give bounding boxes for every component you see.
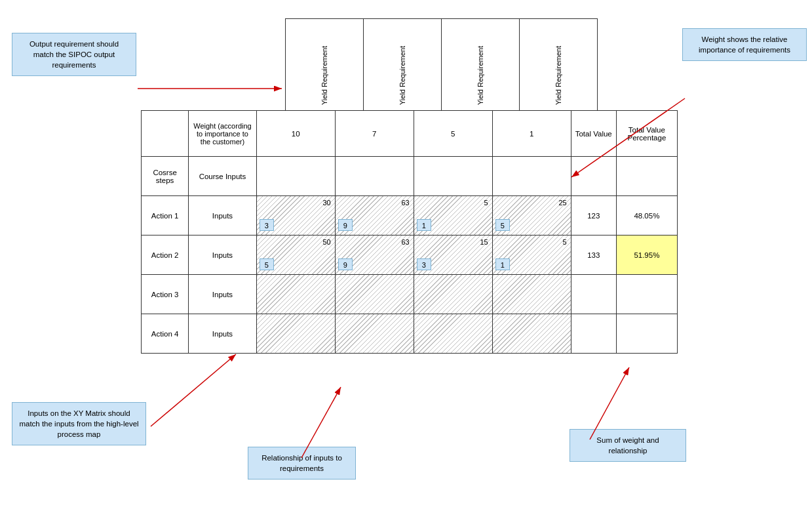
labels-header-row: Cosrse steps Course Inputs bbox=[142, 157, 678, 196]
action-4-col4 bbox=[492, 314, 571, 354]
a2c3-top: 15 bbox=[480, 238, 488, 246]
action-2-col2: 63 9 bbox=[335, 235, 414, 275]
header-col1 bbox=[256, 157, 335, 196]
weight-row: Weight (according to importance to the c… bbox=[142, 111, 678, 157]
a1c3-bottom: 1 bbox=[417, 219, 431, 231]
action-3-label: Action 3 bbox=[142, 275, 189, 314]
action-1-col3: 5 1 bbox=[414, 196, 492, 235]
header-total bbox=[571, 157, 616, 196]
a2c3-bottom: 3 bbox=[417, 258, 431, 270]
col-header-3-label: Yield Requirement bbox=[476, 46, 484, 105]
empty-cell-1 bbox=[142, 111, 189, 157]
inputs-info-text: Inputs on the XY Matrix should match the… bbox=[19, 409, 138, 438]
total-value-header: Total Value bbox=[571, 111, 616, 157]
relationship-info-callout: Relationship of inputs to requirements bbox=[248, 447, 356, 480]
action-1-col4: 25 5 bbox=[492, 196, 571, 235]
action-3-inputs: Inputs bbox=[189, 275, 256, 314]
sum-info-text: Sum of weight and relationship bbox=[596, 436, 659, 455]
steps-label: Cosrse steps bbox=[142, 157, 189, 196]
output-req-text: Output requirement should match the SIPO… bbox=[29, 40, 119, 69]
action-2-inputs: Inputs bbox=[189, 235, 256, 275]
table-row: Action 2 Inputs 50 5 63 9 15 3 bbox=[142, 235, 678, 275]
action-1-label: Action 1 bbox=[142, 196, 189, 235]
header-col3 bbox=[414, 157, 492, 196]
table-row: Action 1 Inputs 30 3 63 9 5 1 bbox=[142, 196, 678, 235]
col-header-4: Yield Requirement bbox=[519, 18, 598, 110]
header-col4 bbox=[492, 157, 571, 196]
action-2-pct: 51.95% bbox=[616, 235, 677, 275]
table-row: Action 4 Inputs bbox=[142, 314, 678, 354]
col-header-1-label: Yield Requirement bbox=[320, 46, 328, 105]
action-1-col2: 63 9 bbox=[335, 196, 414, 235]
action-3-total bbox=[571, 275, 616, 314]
action-4-label: Action 4 bbox=[142, 314, 189, 354]
a2c4-bottom: 1 bbox=[495, 258, 510, 270]
action-4-col3 bbox=[414, 314, 492, 354]
action-4-pct bbox=[616, 314, 677, 354]
a1c2-top: 63 bbox=[401, 199, 409, 207]
weight-info-callout: Weight shows the relative importance of … bbox=[682, 28, 807, 61]
action-4-col1 bbox=[256, 314, 335, 354]
relationship-info-text: Relationship of inputs to requirements bbox=[261, 454, 342, 472]
col-header-2: Yield Requirement bbox=[363, 18, 442, 110]
a1c1-top: 30 bbox=[322, 199, 330, 207]
a1c3-top: 5 bbox=[484, 199, 488, 207]
action-3-col4 bbox=[492, 275, 571, 314]
weight-val-3: 5 bbox=[414, 111, 492, 157]
action-2-col4: 5 1 bbox=[492, 235, 571, 275]
a2c1-top: 50 bbox=[322, 238, 330, 246]
weight-val-2: 7 bbox=[335, 111, 414, 157]
col-header-1: Yield Requirement bbox=[285, 18, 364, 110]
col-header-2-label: Yield Requirement bbox=[398, 46, 406, 105]
action-2-col3: 15 3 bbox=[414, 235, 492, 275]
a2c4-top: 5 bbox=[563, 238, 567, 246]
weight-val-4: 1 bbox=[492, 111, 571, 157]
action-1-col1: 30 3 bbox=[256, 196, 335, 235]
a1c4-bottom: 5 bbox=[495, 219, 510, 231]
header-pct bbox=[616, 157, 677, 196]
action-2-col1: 50 5 bbox=[256, 235, 335, 275]
a2c2-top: 63 bbox=[401, 238, 409, 246]
action-2-total: 133 bbox=[571, 235, 616, 275]
action-1-pct: 48.05% bbox=[616, 196, 677, 235]
header-col2 bbox=[335, 157, 414, 196]
a2c1-bottom: 5 bbox=[260, 258, 274, 270]
action-3-col2 bbox=[335, 275, 414, 314]
a1c2-bottom: 9 bbox=[338, 219, 353, 231]
a1c1-bottom: 3 bbox=[260, 219, 274, 231]
sum-info-callout: Sum of weight and relationship bbox=[570, 429, 686, 462]
table-row: Action 3 Inputs bbox=[142, 275, 678, 314]
action-4-inputs: Inputs bbox=[189, 314, 256, 354]
a1c4-top: 25 bbox=[558, 199, 566, 207]
xy-matrix-table: Weight (according to importance to the c… bbox=[141, 110, 678, 354]
action-1-inputs: Inputs bbox=[189, 196, 256, 235]
weight-val-1: 10 bbox=[256, 111, 335, 157]
action-1-total: 123 bbox=[571, 196, 616, 235]
svg-line-3 bbox=[151, 354, 236, 426]
inputs-info-callout: Inputs on the XY Matrix should match the… bbox=[12, 402, 146, 445]
action-3-col3 bbox=[414, 275, 492, 314]
inputs-label: Course Inputs bbox=[189, 157, 256, 196]
weight-label-cell: Weight (according to importance to the c… bbox=[189, 111, 256, 157]
action-3-col1 bbox=[256, 275, 335, 314]
action-2-label: Action 2 bbox=[142, 235, 189, 275]
action-3-pct bbox=[616, 275, 677, 314]
total-pct-header: Total Value Percentage bbox=[616, 111, 677, 157]
col-header-3: Yield Requirement bbox=[441, 18, 520, 110]
output-req-callout: Output requirement should match the SIPO… bbox=[12, 33, 136, 76]
action-4-total bbox=[571, 314, 616, 354]
action-4-col2 bbox=[335, 314, 414, 354]
weight-info-text: Weight shows the relative importance of … bbox=[699, 35, 790, 54]
col-header-4-label: Yield Requirement bbox=[554, 46, 562, 105]
a2c2-bottom: 9 bbox=[338, 258, 353, 270]
